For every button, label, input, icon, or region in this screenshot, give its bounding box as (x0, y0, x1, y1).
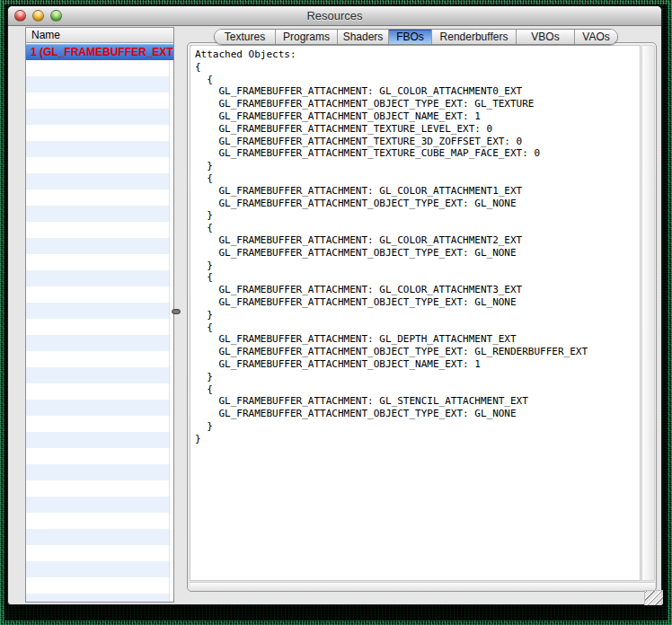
vertical-scrollbar-track[interactable] (641, 45, 655, 581)
sidebar-list-body: 1 (GL_FRAMEBUFFER_EXT) (26, 44, 173, 602)
splitter-handle-icon[interactable] (172, 309, 181, 314)
tab-vbos[interactable]: VBOs (516, 30, 574, 44)
resize-grip-icon[interactable] (644, 590, 663, 605)
attached-objects-view: Attached Objects: { { GL_FRAMEBUFFER_ATT… (190, 45, 641, 581)
tab-vaos[interactable]: VAOs (574, 30, 617, 44)
tab-textures[interactable]: Textures (215, 30, 275, 44)
window-title: Resources (8, 6, 661, 26)
sidebar-empty-rows (26, 60, 173, 602)
tab-renderbuffers[interactable]: Renderbuffers (431, 30, 516, 44)
sidebar-resource-list: Name 1 (GL_FRAMEBUFFER_EXT) (25, 27, 174, 603)
titlebar[interactable]: Resources (8, 6, 661, 26)
tab-shaders[interactable]: Shaders (337, 30, 388, 44)
horizontal-scrollbar-track[interactable] (190, 582, 655, 591)
sidebar-item-framebuffer[interactable]: 1 (GL_FRAMEBUFFER_EXT) (26, 44, 173, 60)
name-column-header[interactable]: Name (26, 28, 173, 43)
tab-fbos[interactable]: FBOs (388, 30, 431, 44)
tab-programs[interactable]: Programs (275, 30, 337, 44)
tab-bar: Textures Programs Shaders FBOs Renderbuf… (214, 29, 618, 45)
fbo-detail-panel: Attached Objects: { { GL_FRAMEBUFFER_ATT… (187, 42, 657, 592)
sidebar-scrollbar-track[interactable] (169, 60, 173, 602)
resources-window: Resources Name 1 (GL_FRAMEBUFFER_EXT) Te… (7, 5, 662, 605)
desktop-background: Resources Name 1 (GL_FRAMEBUFFER_EXT) Te… (0, 0, 672, 625)
attached-objects-text: Attached Objects: { { GL_FRAMEBUFFER_ATT… (190, 46, 640, 448)
